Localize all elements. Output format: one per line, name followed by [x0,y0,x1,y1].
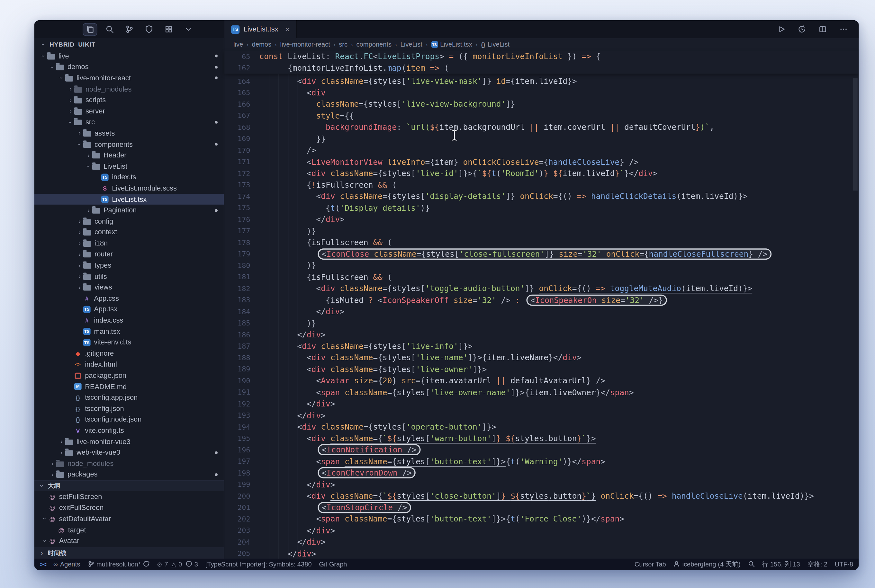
search-status[interactable] [748,560,755,568]
line-content[interactable]: {isFullscreen && ( [259,238,392,247]
indentation[interactable]: 空格: 2 [807,560,827,568]
line-number[interactable]: 178 [224,238,259,246]
line-number[interactable]: 190 [224,376,259,385]
code-line[interactable]: 174<div className={styles['display-detai… [224,190,858,202]
tree-item[interactable]: {}tsconfig.app.json [35,392,224,403]
line-number[interactable]: 195 [224,434,259,442]
line-number[interactable]: 191 [224,388,259,396]
tree-item[interactable]: Vvite.config.ts [35,425,224,436]
code-line[interactable]: 65const LiveList: React.FC<LiveListProps… [224,51,858,62]
outline-item[interactable]: @exitFullScreen [35,502,224,513]
code-line[interactable]: 199</div> [224,479,858,490]
git-graph[interactable]: Git Graph [319,561,347,568]
code-line[interactable]: 201<IconStopCircle /> [224,502,858,513]
code-line[interactable]: 202<span className={styles['button-text'… [224,513,858,525]
line-content[interactable]: <IconClose className={styles['close-full… [259,248,773,260]
line-number[interactable]: 65 [224,52,259,60]
chevron-closed-icon[interactable]: › [76,261,83,269]
line-number[interactable]: 169 [224,135,259,143]
chevron-open-icon[interactable]: › [41,515,48,522]
warnings[interactable]: △0 [171,561,182,568]
code-line[interactable]: 175{t('Display details')} [224,202,858,214]
line-number[interactable]: 201 [224,503,259,512]
tree-item[interactable]: ›i18n [35,238,224,249]
git-branch[interactable]: mutilresolution* [87,560,150,568]
chevron-down-icon[interactable] [181,23,195,36]
code-line[interactable]: 180)} [224,260,858,271]
line-number[interactable]: 184 [224,307,259,315]
line-content[interactable]: </div> [259,549,316,558]
line-content[interactable]: const LiveList: React.FC<LiveListProps> … [259,52,600,61]
tree-item[interactable]: ›context [35,227,224,238]
code-line[interactable]: 200<div className={`${styles['close-butt… [224,490,858,502]
split-editor-icon[interactable] [815,23,830,36]
code-line[interactable]: 168backgroundImage: `url(${item.backgrou… [224,122,858,133]
chevron-closed-icon[interactable]: › [76,240,83,247]
code-line[interactable]: 181{isFullscreen && ( [224,271,858,283]
tree-item[interactable]: TSLiveList.tsx [35,194,224,205]
line-content[interactable]: <div [259,88,325,97]
code-line[interactable]: 194<div className={styles['operate-butto… [224,421,858,432]
tree-item[interactable]: ›live [35,51,224,62]
tree-item[interactable]: ›packages [35,469,224,480]
code-line[interactable]: 171<LiveMonitorView liveInfo={item} onCl… [224,156,858,167]
line-content[interactable]: {t('Display details')} [259,203,430,212]
chevron-closed-icon[interactable]: › [58,449,65,456]
tree-item[interactable]: ›server [35,106,224,117]
tree-item[interactable]: package.json [35,370,224,381]
cursor-position[interactable]: 行 156, 列 13 [762,560,800,568]
line-content[interactable]: className={styles['live-view-background'… [259,100,515,109]
line-content[interactable]: </div> [259,399,335,408]
chevron-closed-icon[interactable]: › [76,218,83,225]
code-line[interactable]: 191<span className={styles['live-owner-n… [224,387,858,398]
tree-item[interactable]: ›demos [35,62,224,73]
line-content[interactable]: {isFullscreen && ( [259,273,392,282]
tree-item[interactable]: SLiveList.module.scss [35,183,224,194]
line-number[interactable]: 179 [224,250,259,258]
breadcrumb-item[interactable]: TSLiveList.tsx [431,41,472,48]
history-icon[interactable] [795,23,809,36]
line-content[interactable]: <div className={`${styles['close-button'… [259,491,814,500]
tree-item[interactable]: ›router [35,249,224,260]
outline-section-header[interactable]: › 大纲 [35,480,224,491]
outline-item[interactable]: @target [35,524,224,535]
line-content[interactable]: )} [259,318,316,327]
chevron-open-icon[interactable]: › [49,63,56,71]
line-content[interactable]: }} [259,134,325,143]
line-number[interactable]: 198 [224,469,259,477]
source-control-icon[interactable] [122,23,137,36]
breadcrumb-item[interactable]: LiveList [401,41,422,48]
line-number[interactable]: 167 [224,111,259,120]
line-number[interactable]: 182 [224,284,259,293]
line-content[interactable]: <div className={styles['live-view-mask']… [259,76,577,86]
chevron-closed-icon[interactable]: › [76,250,83,258]
line-number[interactable]: 176 [224,215,259,224]
line-number[interactable]: 192 [224,399,259,408]
line-number[interactable]: 168 [224,123,259,131]
code-line[interactable]: 193</div> [224,410,858,421]
tree-item[interactable]: ›Pagination [35,205,224,216]
outline-item[interactable]: @size [35,546,224,548]
chevron-closed-icon[interactable]: › [85,207,92,214]
line-content[interactable]: <LiveMonitorView liveInfo={item} onClick… [259,157,638,166]
code-line[interactable]: 188<div className={styles['live-name']}>… [224,352,858,363]
line-content[interactable]: <div className={styles['toggle-audio-but… [259,284,752,293]
breadcrumb-item[interactable]: src [339,41,348,48]
chevron-closed-icon[interactable]: › [49,460,56,467]
line-number[interactable]: 186 [224,330,259,339]
line-content[interactable]: <span className={styles['button-text']}>… [259,514,624,524]
line-number[interactable]: 165 [224,88,259,97]
chevron-closed-icon[interactable]: › [67,96,74,104]
line-content[interactable]: <div className={styles['live-info']}> [259,342,473,351]
line-number[interactable]: 193 [224,411,259,419]
line-content[interactable]: <div className={styles['operate-button']… [259,422,496,431]
line-number[interactable]: 173 [224,181,259,189]
tree-item[interactable]: TSvite-env.d.ts [35,337,224,348]
code-line[interactable]: 182<div className={styles['toggle-audio-… [224,283,858,294]
chevron-open-icon[interactable]: › [58,75,65,82]
explorer-header[interactable]: › HYBRID_UIKIT [35,38,224,51]
code-line[interactable]: 173{!isFullscreen && ( [224,179,858,190]
code-line[interactable]: 204</div> [224,536,858,548]
code-line[interactable]: 205</div> [224,548,858,559]
close-tab-icon[interactable]: × [285,25,290,34]
